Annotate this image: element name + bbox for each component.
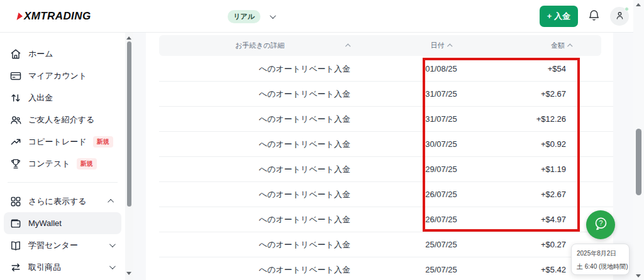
topbar: XMTRADING リアル + 入金 [0, 0, 644, 33]
sidebar-scrollbar-thumb[interactable] [127, 41, 131, 207]
transactions-card: お手続きの詳細 日付 金額 へのオートリベート入金 01/08/25 [146, 33, 613, 280]
swap-icon [9, 261, 22, 274]
cell-detail: へのオートリベート入金 [159, 89, 360, 100]
logo-text: XMTRADING [24, 10, 91, 23]
table-body: へのオートリベート入金 01/08/25 +$54 へのオートリベート入金 31… [159, 57, 613, 280]
cell-date: 26/07/25 [360, 215, 522, 224]
sidebar-item[interactable]: ホーム [0, 43, 125, 65]
table-row[interactable]: へのオートリベート入金 25/07/25 +$5.42 [159, 257, 613, 280]
column-label: 日付 [431, 41, 445, 50]
cell-date: 25/07/25 [360, 265, 522, 274]
page-scrollbar-thumb[interactable] [636, 129, 641, 195]
cell-date: 30/07/25 [360, 139, 522, 149]
xmtrading-logo[interactable]: XMTRADING [18, 0, 91, 33]
column-header-amount[interactable]: 金額 [522, 35, 601, 56]
table-row[interactable]: へのオートリベート入金 26/07/25 +$4.97 [159, 207, 613, 232]
deposit-button[interactable]: + 入金 [540, 6, 578, 27]
cell-date: 26/07/25 [360, 190, 522, 199]
sort-caret-icon[interactable] [567, 43, 572, 48]
table-row[interactable]: へのオートリベート入金 25/07/25 +$0.27 [159, 232, 613, 257]
cell-amount: +$2.67 [522, 190, 601, 199]
sidebar-scrollbar[interactable] [125, 33, 133, 280]
person-icon [614, 10, 625, 23]
sidebar-item[interactable]: ご友人を紹介する [0, 109, 125, 131]
column-header-detail[interactable]: お手続きの詳細 [159, 35, 360, 56]
card-icon [9, 70, 22, 82]
grid-icon [9, 195, 22, 208]
scroll-up-arrow[interactable] [126, 36, 131, 40]
sidebar-item-label: さらに表示する [28, 196, 87, 207]
logo-arrow-icon [17, 13, 24, 20]
new-badge: 新規 [77, 158, 97, 170]
tooltip-time: 土 6:40 (現地時間) [577, 262, 624, 271]
account-switcher[interactable]: リアル [228, 0, 274, 33]
sidebar-item[interactable]: MyWallet [4, 212, 121, 234]
sidebar-item[interactable]: コンテスト 新規 [0, 153, 125, 175]
chevron-icon [109, 263, 116, 269]
column-label: 金額 [551, 41, 565, 50]
sidebar-secondary-group: さらに表示する MyWallet 学習センター [0, 190, 125, 278]
sidebar-divider [8, 182, 118, 183]
sidebar-item[interactable]: マイアカウント [0, 65, 125, 87]
notifications-button[interactable] [587, 9, 601, 24]
bell-icon [587, 9, 601, 24]
sidebar: ホーム マイアカウント 入出金 [0, 33, 125, 280]
book-icon [9, 239, 22, 252]
sidebar-item[interactable]: 取引商品 [0, 256, 125, 278]
cell-detail: へのオートリベート入金 [159, 114, 360, 125]
sort-caret-icon[interactable] [447, 43, 452, 48]
cell-detail: へのオートリベート入金 [159, 139, 360, 150]
local-time-tooltip: 2025年8月2日 土 6:40 (現地時間) [571, 244, 630, 275]
chevron-down-icon[interactable] [270, 13, 276, 19]
sidebar-item-label: マイアカウント [28, 70, 87, 82]
cell-detail: へのオートリベート入金 [159, 239, 360, 250]
sort-caret-icon[interactable] [345, 43, 350, 48]
scroll-down-arrow[interactable] [636, 274, 641, 277]
column-label: お手続きの詳細 [235, 41, 284, 50]
xmtrading-dashboard: XMTRADING リアル + 入金 [0, 0, 644, 280]
svg-text:?: ? [599, 219, 602, 227]
table-row[interactable]: へのオートリベート入金 26/07/25 +$2.67 [159, 182, 613, 207]
sidebar-item-label: 取引商品 [28, 262, 61, 273]
page-scrollbar[interactable] [633, 0, 644, 280]
sidebar-item[interactable]: さらに表示する [0, 190, 125, 212]
new-badge: 新規 [93, 136, 113, 148]
cell-detail: へのオートリベート入金 [159, 214, 360, 225]
cell-amount: +$54 [522, 64, 601, 73]
cell-amount: +$1.19 [522, 164, 601, 174]
topbar-actions: + 入金 [540, 0, 629, 33]
cell-date: 25/07/25 [360, 240, 522, 249]
sidebar-item[interactable]: コピートレード 新規 [0, 131, 125, 153]
sidebar-item-label: ご友人を紹介する [28, 114, 94, 126]
cell-date: 31/07/25 [360, 114, 522, 124]
sidebar-main-group: ホーム マイアカウント 入出金 [0, 43, 125, 175]
table-row[interactable]: へのオートリベート入金 30/07/25 +$0.92 [159, 132, 613, 157]
trophy-icon [9, 158, 22, 170]
cell-detail: へのオートリベート入金 [159, 264, 360, 276]
sidebar-item-label: ホーム [28, 48, 53, 60]
cell-detail: へのオートリベート入金 [159, 164, 360, 175]
table-row[interactable]: へのオートリベート入金 31/07/25 +$2.67 [159, 82, 613, 107]
profile-avatar-button[interactable] [610, 7, 629, 26]
sidebar-item[interactable]: 入出金 [0, 87, 125, 109]
sidebar-item-label: コンテスト [28, 158, 70, 170]
table-row[interactable]: へのオートリベート入金 29/07/25 +$1.19 [159, 157, 613, 182]
column-header-date[interactable]: 日付 [360, 35, 522, 56]
cell-detail: へのオートリベート入金 [159, 189, 360, 200]
cell-amount: +$12.26 [522, 114, 601, 124]
sidebar-item[interactable]: 学習センター [0, 234, 125, 256]
cell-date: 31/07/25 [360, 89, 522, 99]
chevron-icon [108, 199, 114, 205]
account-type-badge: リアル [228, 10, 260, 23]
people-icon [9, 114, 22, 126]
scroll-up-arrow[interactable] [636, 3, 641, 6]
sidebar-item-label: 入出金 [28, 92, 53, 104]
help-chat-button[interactable]: ? [586, 210, 615, 239]
table-row[interactable]: へのオートリベート入金 01/08/25 +$54 [159, 57, 613, 82]
online-status-dot [625, 7, 629, 11]
sidebar-item-label: コピートレード [28, 136, 87, 148]
scroll-down-arrow[interactable] [126, 272, 131, 275]
cell-amount: +$0.92 [522, 139, 601, 149]
table-row[interactable]: へのオートリベート入金 31/07/25 +$12.26 [159, 107, 613, 132]
cell-date: 01/08/25 [360, 64, 522, 73]
